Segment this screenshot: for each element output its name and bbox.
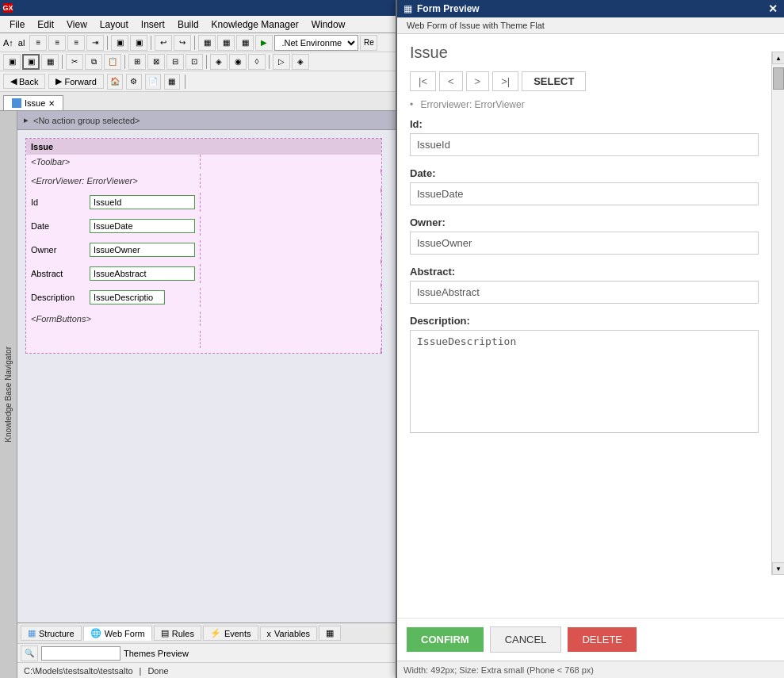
preview-issueabstract-input[interactable] — [410, 281, 759, 304]
tab-issue[interactable]: Issue ✕ — [3, 95, 63, 110]
preview-nav-buttons: |< < > >| SELECT — [410, 71, 759, 91]
form-title-row: Issue — [26, 139, 381, 155]
date-field-label: Date: — [410, 167, 759, 179]
separator-8 — [185, 75, 185, 89]
tool-btn-10[interactable]: ⊞ — [128, 54, 146, 70]
separator-6 — [206, 55, 207, 69]
separator-5 — [124, 55, 125, 69]
tool-btn-7[interactable]: ▣ — [3, 54, 21, 70]
tool-btn-11[interactable]: ⊠ — [147, 54, 165, 70]
errorviewer-tag: <ErrorViewer: ErrorViewer> — [31, 176, 138, 186]
forward-arrow-icon: ▶ — [55, 76, 62, 86]
structure-icon: ▦ — [28, 628, 36, 638]
owner-field-label: Owner: — [410, 216, 759, 228]
separator-3 — [194, 36, 195, 50]
tool-btn-14[interactable]: ◈ — [210, 54, 228, 70]
tool-btn-5[interactable]: ▦ — [236, 35, 254, 51]
preview-content: Issue |< < > >| SELECT • Errorviewer: Er… — [397, 34, 771, 618]
tool-btn-9[interactable]: ▦ — [41, 54, 59, 70]
menu-layout[interactable]: Layout — [94, 17, 135, 32]
preview-status-text: Width: 492px; Size: Extra small (Phone <… — [403, 665, 594, 675]
select-button[interactable]: SELECT — [522, 71, 586, 91]
menu-insert[interactable]: Insert — [135, 17, 171, 32]
tool-btn-8[interactable]: ▣ — [22, 54, 40, 70]
issuedescription-input[interactable] — [90, 290, 165, 305]
next-record-button[interactable]: > — [466, 71, 490, 91]
nav-tool-2[interactable]: ⚙ — [126, 74, 142, 90]
prev-record-button[interactable]: < — [439, 71, 463, 91]
menu-file[interactable]: File — [3, 17, 31, 32]
first-record-button[interactable]: |< — [410, 71, 436, 91]
redo-btn[interactable]: ↪ — [174, 35, 191, 51]
empty-row-1 — [26, 331, 381, 353]
tool-btn-15[interactable]: ◉ — [229, 54, 247, 70]
gx-icon: GX — [3, 3, 13, 13]
tab-events[interactable]: ⚡ Events — [203, 626, 258, 641]
preview-owner-group: Owner: — [410, 216, 759, 255]
align-center-btn[interactable]: ≡ — [48, 35, 66, 51]
undo-btn[interactable]: ↩ — [155, 35, 172, 51]
align-right-btn[interactable]: ≡ — [67, 35, 85, 51]
id-field-label: Id: — [410, 118, 759, 130]
issueabstract-input[interactable] — [90, 266, 195, 281]
align-left-btn[interactable]: ≡ — [29, 35, 47, 51]
tab-variables[interactable]: x Variables — [260, 626, 318, 641]
description-row: Description — [26, 288, 381, 312]
indent-btn[interactable]: ⇥ — [86, 35, 104, 51]
menu-knowledge-manager[interactable]: Knowledge Manager — [205, 17, 305, 32]
preview-title-text: Form Preview — [417, 3, 480, 14]
back-button[interactable]: ◀ Back — [3, 74, 45, 89]
nav-tool-3[interactable]: 📄 — [145, 74, 161, 90]
forward-button[interactable]: ▶ Forward — [48, 74, 103, 89]
confirm-button[interactable]: CONFIRM — [407, 627, 484, 652]
preview-issuedescription-textarea[interactable]: IssueDescription — [410, 330, 759, 433]
tool-btn-3[interactable]: ▦ — [198, 35, 216, 51]
menu-build[interactable]: Build — [171, 17, 205, 32]
tool-btn-4[interactable]: ▦ — [217, 35, 235, 51]
tab-extra[interactable]: ▦ — [319, 626, 341, 641]
tab-structure[interactable]: ▦ Structure — [21, 626, 82, 641]
cancel-button[interactable]: CANCEL — [490, 626, 562, 653]
play-btn[interactable]: ▶ — [255, 35, 273, 51]
tab-rules[interactable]: ▤ Rules — [154, 626, 201, 641]
preview-body: ▲ ▼ Issue |< < > >| SELECT — [397, 34, 784, 618]
tool-btn-2[interactable]: ▣ — [130, 35, 147, 51]
tab-web-form[interactable]: 🌐 Web Form — [83, 626, 152, 641]
preview-issueid-input[interactable] — [410, 133, 759, 156]
preview-form-title: Issue — [410, 44, 759, 62]
scroll-up-arrow[interactable]: ▲ — [772, 52, 784, 64]
tab-close-btn[interactable]: ✕ — [48, 99, 55, 108]
tool-btn-6[interactable]: Re — [360, 35, 377, 51]
tool-btn-12[interactable]: ⊟ — [166, 54, 184, 70]
environment-dropdown[interactable]: .Net Environme — [274, 35, 358, 51]
preview-id-group: Id: — [410, 118, 759, 156]
menu-edit[interactable]: Edit — [31, 17, 60, 32]
toolbar-tag: <Toolbar> — [31, 157, 70, 167]
menu-view[interactable]: View — [60, 17, 94, 32]
tool-btn-13[interactable]: ⊡ — [185, 54, 203, 70]
last-record-button[interactable]: >| — [492, 71, 518, 91]
tool-btn-1[interactable]: ▣ — [111, 35, 128, 51]
cut-btn[interactable]: ✂ — [66, 54, 83, 70]
nav-tool-4[interactable]: ▦ — [164, 74, 180, 90]
tool-btn-16[interactable]: ◊ — [248, 54, 266, 70]
themes-search-input[interactable] — [41, 646, 120, 661]
scroll-down-arrow[interactable]: ▼ — [772, 562, 784, 575]
tool-btn-18[interactable]: ◈ — [292, 54, 309, 70]
rules-icon: ▤ — [161, 628, 169, 638]
preview-issuedate-input[interactable] — [410, 182, 759, 205]
issueid-input[interactable] — [90, 195, 195, 209]
issueowner-input[interactable] — [90, 243, 195, 257]
preview-abstract-group: Abstract: — [410, 266, 759, 304]
delete-button[interactable]: DELETE — [568, 627, 637, 652]
nav-tool-1[interactable]: 🏠 — [107, 74, 123, 90]
copy-btn[interactable]: ⧉ — [85, 54, 102, 70]
preview-issueowner-input[interactable] — [410, 232, 759, 255]
menu-window[interactable]: Window — [305, 17, 352, 32]
paste-btn[interactable]: 📋 — [104, 54, 121, 70]
issuedate-input[interactable] — [90, 219, 195, 233]
scroll-thumb[interactable] — [773, 67, 784, 90]
themes-search-btn[interactable]: 🔍 — [21, 645, 38, 661]
tool-btn-17[interactable]: ▷ — [273, 54, 290, 70]
preview-close-button[interactable]: ✕ — [768, 2, 778, 15]
